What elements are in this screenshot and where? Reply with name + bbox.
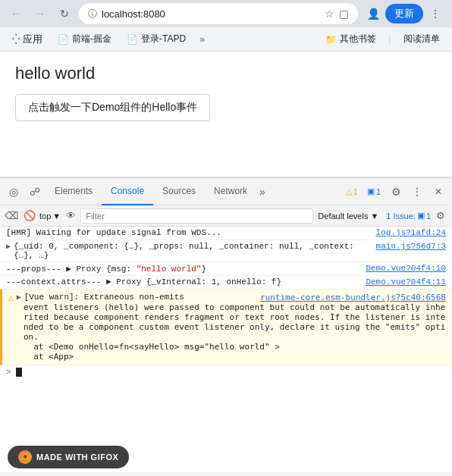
props-source[interactable]: Demo.vue?04f4:10 [366,264,446,273]
uid-source[interactable]: main.js?56d7:3 [376,242,446,251]
console-line-props: ---props--- ▶ Proxy {msg: "hello world"}… [0,262,452,276]
console-line-warn: △ ▶ [Vue warn]: Extraneous non-emits run… [0,290,452,365]
console-toolbar: ⌫ 🚫 top ▼ 👁 Default levels ▼ 1 Issue: ▣ … [0,205,452,227]
levels-arrow: ▼ [370,211,378,221]
reading-label: 阅读清单 [403,33,440,45]
console-line-uid: ▶ {_uid: 0, _component: {…}, _props: nul… [0,240,452,262]
devtools-settings-button[interactable]: ⚙ [385,181,406,202]
filter-input[interactable] [80,208,313,224]
tab-console[interactable]: Console [102,178,153,205]
levels-label: Default levels [318,211,368,221]
info-badge: ▣ 1 [363,185,385,198]
warn-count: 1 [353,187,358,196]
cast-button[interactable]: ▢ [339,8,349,20]
star-button[interactable]: ☆ [325,8,334,20]
forward-button[interactable]: → [30,4,50,23]
warn-triangle-icon: △ [8,293,14,302]
bookmark-label: 前端-掘金 [72,33,111,45]
console-output: [HMR] Waiting for update signal from WDS… [0,227,452,472]
vue-warn-at2: at <App> [8,352,446,362]
lock-icon: ⓘ [88,8,97,20]
page-title: hello world [15,64,437,83]
vue-warn-first: [Vue warn]: Extraneous non-emits [24,293,257,302]
tab-network-label: Network [214,186,247,196]
tab-elements[interactable]: Elements [46,178,102,205]
console-input-line[interactable]: > [0,365,452,379]
back-button[interactable]: ← [6,4,26,23]
bookmark-tapd[interactable]: 📄 登录-TAPD [121,30,192,49]
context-selector[interactable]: top ▼ [39,211,61,221]
bookmarks-more[interactable]: » [195,30,209,48]
demo-button[interactable]: 点击触发一下Demo组件的Hello事件 [15,94,210,121]
console-filter-button[interactable]: 🚫 [21,208,38,224]
tab-sources-label: Sources [162,186,196,196]
info-icon: ▣ [367,186,375,196]
devtools-inspect-button[interactable]: ◎ [3,181,24,202]
issues-badge[interactable]: 1 Issue: ▣ 1 [386,211,431,221]
issues-icon: ▣ [417,211,425,221]
tabs-more[interactable]: » [256,186,268,198]
issues-count: 1 [426,211,431,221]
tab-console-label: Console [111,186,144,196]
console-settings-button[interactable]: ⚙ [432,208,449,224]
profile-button[interactable]: 👤 [363,3,384,24]
warn-badge: △ 1 [341,185,363,198]
other-bookmarks[interactable]: 📁 其他书签 [319,30,382,49]
folder-icon: 📁 [325,34,337,45]
levels-select[interactable]: Default levels ▼ [315,211,381,221]
apps-label: 应用 [23,33,42,46]
issues-label: 1 Issue: [386,211,416,221]
gifox-badge: 🌻 MADE WITH GIFOX [8,446,129,468]
bookmark-icon-2: 📄 [127,34,138,45]
devtools-close-button[interactable]: × [428,181,449,202]
tab-sources[interactable]: Sources [153,178,205,205]
tab-elements-label: Elements [55,186,93,196]
reload-button[interactable]: ↻ [55,4,74,23]
bookmark-qianduan[interactable]: 📄 前端-掘金 [52,30,118,49]
warn-expand-arrow[interactable]: ▶ [17,293,21,302]
console-cursor [16,368,22,377]
context-text: ---context.attrs--- ► Proxy {_vInternal:… [6,277,359,287]
devtools-more-button[interactable]: ⋮ [406,181,428,202]
warn-source[interactable]: runtime-core.esm-bundler.js?5c40:6568 [260,293,446,302]
devtools-tabs: ◎ ☍ Elements Console Sources Network » △… [0,178,452,205]
console-prompt: > [6,368,11,377]
apps-grid-icon: ⁛ [12,33,20,45]
context-label: top [39,211,51,221]
console-clear-button[interactable]: ⌫ [3,208,20,224]
bookmark-icon: 📄 [58,34,69,45]
gifox-label: MADE WITH GIFOX [36,453,118,462]
gifox-icon: 🌻 [18,450,32,464]
vue-warn-at1: at <Demo onHello=fn<sayHello> msg="hello… [8,342,446,352]
hmr-text: [HMR] Waiting for update signal from WDS… [6,228,370,237]
console-line-hmr: [HMR] Waiting for update signal from WDS… [0,227,452,240]
title-bar: ← → ↻ ⓘ localhost:8080 ☆ ▢ 👤 更新 ⋮ [0,0,452,27]
props-text: ---props--- ▶ Proxy {msg: "hello world"} [6,264,359,274]
page-content: hello world 点击触发一下Demo组件的Hello事件 [0,52,452,177]
other-bookmarks-label: 其他书签 [340,33,376,45]
warn-icon: △ [346,186,352,196]
info-count: 1 [376,187,381,196]
toolbar-actions: 👤 更新 ⋮ [363,3,446,24]
vue-warn-body: event listeners (hello) were passed to c… [8,302,446,342]
bookmarks-bar: ⁛ 应用 📄 前端-掘金 📄 登录-TAPD » 📁 其他书签 | 阅读清单 [0,27,452,52]
devtools-panel: ◎ ☍ Elements Console Sources Network » △… [0,177,452,472]
menu-button[interactable]: ⋮ [425,3,446,24]
update-button[interactable]: 更新 [385,4,423,23]
bookmark-label-2: 登录-TAPD [141,33,186,45]
context-source[interactable]: Demo.vue?04f4:11 [366,277,446,287]
devtools-device-button[interactable]: ☍ [24,181,46,202]
reading-list[interactable]: 阅读清单 [397,30,446,49]
uid-text: {_uid: 0, _component: {…}, _props: null,… [14,242,370,260]
tab-network[interactable]: Network [205,178,256,205]
console-line-context: ---context.attrs--- ► Proxy {_vInternal:… [0,276,452,290]
apps-bookmark[interactable]: ⁛ 应用 [6,30,49,49]
context-arrow: ▼ [52,211,61,221]
expand-uid-arrow[interactable]: ▶ [6,242,11,251]
hmr-source[interactable]: log.js?1afd:24 [376,228,446,237]
console-eye-button[interactable]: 👁 [62,208,79,224]
address-bar[interactable]: ⓘ localhost:8080 ☆ ▢ [79,3,358,24]
url-text: localhost:8080 [102,8,320,20]
